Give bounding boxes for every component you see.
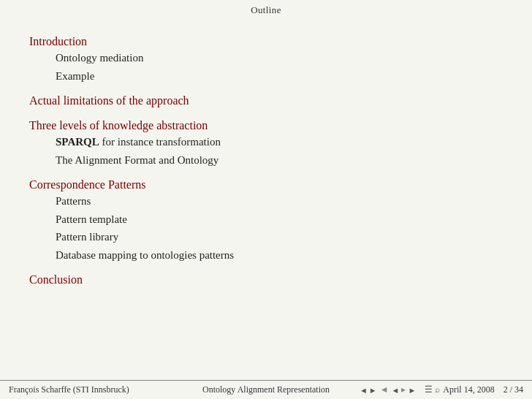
icon-list: ☰: [425, 384, 433, 395]
nav-arrow-left1[interactable]: ◄: [360, 386, 368, 395]
sub-example: Example: [29, 68, 503, 85]
footer-author: François Scharffe (STI Innsbruck): [9, 384, 180, 395]
sub-sparql: SPARQL for instance transformation: [29, 134, 503, 151]
footer-nav[interactable]: ◄ ► ◄ ◄ ▸ ►: [360, 384, 416, 395]
sub-ontology-mediation: Ontology mediation: [29, 50, 503, 66]
section-title-actual-limitations: Actual limitations of the approach: [29, 94, 503, 107]
icon-search: ⌕: [435, 384, 440, 395]
sub-database-mapping: Database mapping to ontologies patterns: [29, 247, 503, 264]
sub-pattern-template: Pattern template: [29, 211, 503, 228]
section-title-three-levels: Three levels of knowledge abstraction: [29, 119, 503, 132]
slide-footer: François Scharffe (STI Innsbruck) Ontolo…: [0, 380, 532, 399]
footer-right: ◄ ► ◄ ◄ ▸ ► ☰ ⌕ April 14, 2008 2 / 34: [352, 384, 523, 395]
nav-arrow-right1[interactable]: ►: [369, 386, 377, 395]
header-title: Outline: [251, 4, 281, 15]
nav-arrow-left2[interactable]: ◄: [392, 386, 400, 395]
footer-center-text: Ontology Alignment Representation: [180, 384, 352, 395]
sparql-suffix: for instance transformation: [99, 136, 221, 148]
section-title-correspondence-patterns: Correspondence Patterns: [29, 178, 503, 191]
section-conclusion: Conclusion: [29, 263, 503, 288]
footer-icons: ☰ ⌕: [425, 384, 440, 395]
sparql-bold: SPARQL: [56, 136, 99, 148]
section-title-introduction: Introduction: [29, 35, 503, 48]
section-title-conclusion: Conclusion: [29, 273, 503, 286]
sub-pattern-library: Pattern library: [29, 229, 503, 246]
nav-arrow-right2[interactable]: ►: [408, 386, 416, 395]
sub-alignment-format: The Alignment Format and Ontology: [29, 152, 503, 169]
section-correspondence-patterns: Correspondence Patterns Patterns Pattern…: [29, 168, 503, 263]
section-introduction: Introduction Ontology mediation Example: [29, 32, 503, 84]
slide-title: Outline: [0, 0, 532, 19]
sub-patterns: Patterns: [29, 193, 503, 210]
footer-date: April 14, 2008: [443, 384, 494, 395]
section-actual-limitations: Actual limitations of the approach: [29, 84, 503, 109]
footer-page: April 14, 2008 2 / 34: [443, 384, 523, 395]
slide-body: Introduction Ontology mediation Example …: [0, 19, 532, 380]
section-three-levels: Three levels of knowledge abstraction SP…: [29, 109, 503, 168]
footer-page-number: 2 / 34: [503, 384, 523, 395]
